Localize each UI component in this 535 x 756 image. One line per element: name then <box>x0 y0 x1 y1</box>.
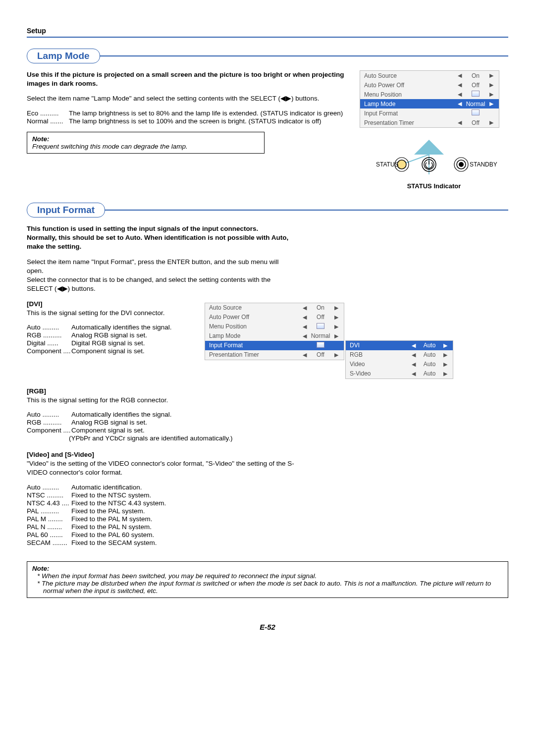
definition-key: PAL N ........ <box>27 523 71 531</box>
left-arrow-icon: ◀ <box>410 342 417 349</box>
osd-row: Lamp Mode◀Normal▶ <box>205 331 344 341</box>
left-arrow-icon: ◀ <box>456 119 463 126</box>
osd-label: Auto Power Off <box>364 82 456 89</box>
left-arrow-icon: ◀ <box>410 352 417 358</box>
osd-label: Auto Source <box>364 72 456 79</box>
osd-value: Off <box>308 314 333 321</box>
definition-value: Fixed to the PAL system. <box>71 507 508 515</box>
osd-row: Input Format <box>205 341 344 350</box>
osd-row: Presentation Timer◀Off▶ <box>205 350 344 360</box>
osd-row: Presentation Timer◀Off▶ <box>360 118 499 127</box>
definition-key: RGB .......... <box>27 331 71 339</box>
definition-value: Digital RGB signal is set. <box>71 339 203 347</box>
osd-row: Menu Position◀▶ <box>205 322 344 331</box>
definition-row: Component ....Component signal is set. <box>27 347 203 355</box>
definition-row: RGB ..........Analog RGB signal is set. <box>27 331 203 339</box>
osd-value <box>308 323 333 330</box>
top-rule: Setup <box>27 27 508 38</box>
definition-value: Automatic identification. <box>71 484 508 491</box>
definition-row: PAL 60 .......Fixed to the PAL 60 system… <box>27 531 508 539</box>
osd-sub-row: S-Video◀Auto▶ <box>346 369 453 378</box>
osd-label: DVI <box>350 342 410 349</box>
definition-key: Digital ...... <box>27 339 71 347</box>
definition-key: SECAM ........ <box>27 539 71 546</box>
osd-submenu-inputformat: DVI◀Auto▶RGB◀Auto▶Video◀Auto▶S-Video◀Aut… <box>345 340 453 379</box>
definition-key: PAL .......... <box>27 507 71 515</box>
definition-key: Component .... <box>27 347 71 355</box>
note-item: When the input format has been switched,… <box>32 572 503 580</box>
definition-value: Component signal is set. <box>71 347 203 355</box>
definition-key: PAL M ........ <box>27 515 71 523</box>
note-item: The picture may be disturbed when the in… <box>32 580 503 594</box>
osd-row: Lamp Mode◀Normal▶ <box>360 99 499 108</box>
definition-key: PAL 60 ....... <box>27 531 71 539</box>
chip-icon <box>472 109 480 115</box>
osd-menu-lamp: Auto Source◀On▶Auto Power Off◀Off▶Menu P… <box>360 70 499 128</box>
right-arrow-icon: ▶ <box>333 314 340 321</box>
inputformat-para2: Select the connector that is to be chang… <box>27 275 294 293</box>
left-arrow-icon: ◀ <box>456 91 463 98</box>
right-arrow-icon: ▶ <box>488 101 495 107</box>
page-footer: E-52 <box>27 623 508 631</box>
lamp-note: Note: Frequent switching this mode can d… <box>27 132 265 154</box>
osd-row: Auto Source◀On▶ <box>205 303 344 313</box>
definition-key: Auto ......... <box>27 324 71 331</box>
rgb-desc: This is the signal setting for the RGB c… <box>27 396 508 405</box>
osd-value: Auto <box>417 351 442 358</box>
definition-row: Normal .......The lamp brightness is set… <box>27 117 346 125</box>
definition-row: Auto .........Automatically identifies t… <box>27 324 203 331</box>
definition-row: Eco ..........The lamp brightness is set… <box>27 109 346 117</box>
chip-icon <box>317 323 324 329</box>
osd-value: Off <box>463 119 488 126</box>
right-arrow-icon: ▶ <box>488 119 495 126</box>
definition-value: Automatically identifies the signal. <box>71 411 508 418</box>
definition-value: Fixed to the PAL N system. <box>71 523 508 531</box>
video-title: [Video] and [S-Video] <box>27 450 508 459</box>
left-arrow-icon: ◀ <box>410 361 417 368</box>
osd-label: Menu Position <box>364 91 456 98</box>
osd-value <box>463 109 488 117</box>
definition-row: PAL N ........Fixed to the PAL N system. <box>27 523 508 531</box>
osd-value <box>308 342 333 349</box>
left-arrow-icon: ◀ <box>301 324 308 330</box>
osd-label: Input Format <box>209 342 301 349</box>
definition-row: Component ....Component signal is set. <box>27 427 508 434</box>
lamp-mode-options: Eco ..........The lamp brightness is set… <box>27 109 346 125</box>
left-arrow-icon: ◀ <box>301 352 308 358</box>
inputformat-note: Note: When the input format has been swi… <box>27 561 508 598</box>
definition-key: NTSC 4.43 .... <box>27 499 71 507</box>
dvi-options: Auto .........Automatically identifies t… <box>27 324 203 355</box>
definition-value: Fixed to the SECAM system. <box>71 539 508 546</box>
osd-value: Auto <box>417 342 442 349</box>
definition-key: Normal ....... <box>27 117 69 125</box>
definition-row: Auto .........Automatic identification. <box>27 484 508 491</box>
chip-icon <box>317 342 324 348</box>
svg-point-3 <box>397 160 406 169</box>
left-arrow-icon: ◀ <box>301 333 308 339</box>
definition-value: Component signal is set. <box>71 427 508 434</box>
section-rule <box>105 210 508 211</box>
definition-value: Fixed to the PAL M system. <box>71 515 508 523</box>
definition-value: Automatically identifies the signal. <box>71 324 203 331</box>
definition-row: Auto .........Automatically identifies t… <box>27 411 508 418</box>
inputformat-para1: Select the item name "Input Format", pre… <box>27 258 294 275</box>
osd-sub-row: DVI◀Auto▶ <box>346 341 453 350</box>
osd-sub-row: RGB◀Auto▶ <box>346 350 453 360</box>
definition-value: Fixed to the PAL 60 system. <box>71 531 508 539</box>
osd-value: On <box>463 72 488 79</box>
definition-value: Fixed to the NTSC system. <box>71 491 508 499</box>
section-heading-lamp-mode: Lamp Mode <box>27 49 508 63</box>
svg-point-9 <box>459 162 464 167</box>
osd-sub-row: Video◀Auto▶ <box>346 360 453 369</box>
osd-label: Presentation Timer <box>364 119 456 126</box>
left-arrow-icon: ◀ <box>301 314 308 321</box>
section-rule <box>100 55 508 56</box>
right-arrow-icon: ▶ <box>333 324 340 330</box>
rgb-title: [RGB] <box>27 387 508 396</box>
osd-value: Off <box>463 82 488 89</box>
left-arrow-icon: ◀ <box>456 82 463 88</box>
definition-key: Eco .......... <box>27 109 69 117</box>
definition-value: Fixed to the NTSC 4.43 system. <box>71 499 508 507</box>
right-arrow-icon: ▶ <box>333 333 340 339</box>
definition-row: PAL ..........Fixed to the PAL system. <box>27 507 508 515</box>
